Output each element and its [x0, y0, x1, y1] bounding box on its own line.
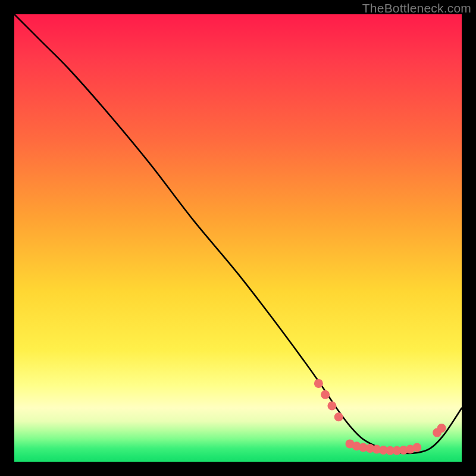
bottleneck-curve: [14, 14, 462, 453]
plot-area: [14, 14, 462, 462]
marker-layer: [314, 379, 446, 455]
data-marker: [327, 402, 336, 411]
watermark-label: TheBottleneck.com: [362, 1, 471, 15]
chart-svg: [14, 14, 462, 462]
chart-frame: TheBottleneck.com: [0, 0, 476, 476]
data-marker: [314, 379, 323, 388]
data-marker: [412, 443, 421, 452]
data-marker: [321, 390, 330, 399]
data-marker: [334, 412, 343, 421]
curve-layer: [14, 14, 462, 453]
data-marker: [437, 424, 446, 433]
